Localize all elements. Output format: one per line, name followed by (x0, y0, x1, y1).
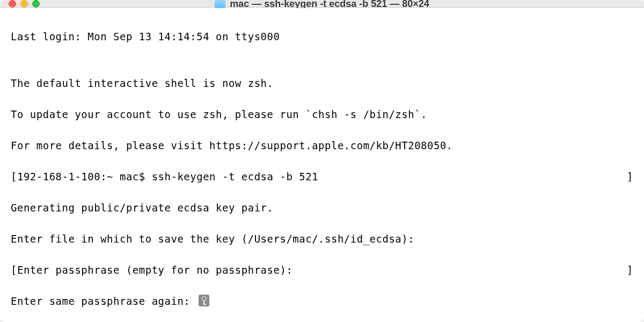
terminal-line: Last login: Mon Sep 13 14:14:54 on ttys0… (11, 29, 633, 45)
passphrase-prompt: [Enter passphrase (empty for no passphra… (11, 262, 292, 278)
minimize-button[interactable] (20, 0, 28, 8)
terminal-line: [Enter passphrase (empty for no passphra… (11, 262, 633, 278)
terminal-line: Enter file in which to save the key (/Us… (11, 231, 633, 247)
passphrase-again-prompt: Enter same passphrase again: (11, 295, 196, 307)
bracket-right: ] (627, 262, 633, 278)
titlebar[interactable]: mac — ssh-keygen -t ecdsa -b 521 — 80×24 (0, 0, 644, 8)
close-button[interactable] (9, 0, 16, 8)
folder-icon (215, 0, 225, 8)
terminal-line: Enter same passphrase again: (11, 294, 633, 309)
terminal-line: To update your account to use zsh, pleas… (11, 107, 633, 122)
prompt-text: [192-168-1-100:~ mac$ ssh-keygen -t ecds… (11, 169, 318, 185)
bracket-right: ] (627, 169, 633, 185)
key-icon (199, 295, 209, 306)
terminal-line: For more details, please visit https://s… (11, 138, 633, 153)
terminal-viewport[interactable]: Last login: Mon Sep 13 14:14:54 on ttys0… (0, 8, 644, 322)
terminal-line: [192-168-1-100:~ mac$ ssh-keygen -t ecds… (11, 169, 633, 185)
terminal-window: mac — ssh-keygen -t ecdsa -b 521 — 80×24… (0, 0, 644, 322)
traffic-lights (9, 0, 40, 8)
maximize-button[interactable] (32, 0, 40, 8)
terminal-line: Generating public/private ecdsa key pair… (11, 200, 633, 216)
terminal-line: The default interactive shell is now zsh… (11, 76, 633, 91)
